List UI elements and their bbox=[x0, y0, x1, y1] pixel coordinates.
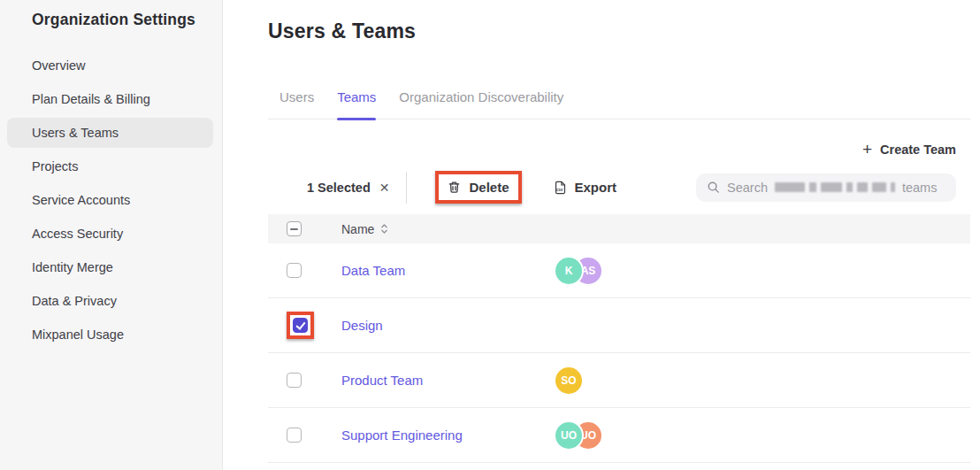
create-team-button[interactable]: + Create Team bbox=[862, 143, 956, 157]
sidebar-item-label: Data & Privacy bbox=[32, 294, 117, 308]
csv-file-icon: csv bbox=[554, 181, 567, 195]
toolbar-divider bbox=[406, 172, 407, 204]
row-checkbox-column bbox=[287, 428, 341, 443]
sort-icon[interactable] bbox=[380, 223, 388, 235]
team-name-link[interactable]: Data Team bbox=[341, 263, 555, 278]
table-body: Data Team KAS Design Product Team SO Sup… bbox=[223, 243, 980, 463]
member-avatars: UOUO bbox=[555, 422, 601, 449]
plus-icon: + bbox=[862, 143, 872, 156]
support-engineering-row-checkbox[interactable] bbox=[287, 428, 302, 443]
sidebar-item-users-teams[interactable]: Users & Teams bbox=[7, 118, 213, 148]
clear-selection-icon[interactable]: ✕ bbox=[379, 181, 390, 194]
member-avatars: SO bbox=[555, 367, 582, 394]
export-button[interactable]: csv Export bbox=[545, 174, 626, 200]
search-placeholder-prefix: Search bbox=[727, 181, 768, 195]
page-title: Users & Teams bbox=[268, 19, 980, 43]
delete-annotation-highlight: Delete bbox=[435, 171, 521, 204]
member-avatar-so: SO bbox=[555, 367, 582, 394]
sidebar-title: Organization Settings bbox=[0, 11, 222, 29]
sidebar-item-label: Plan Details & Billing bbox=[32, 92, 150, 106]
sidebar-item-plan-details-billing[interactable]: Plan Details & Billing bbox=[7, 84, 213, 114]
row-checkbox-column bbox=[287, 373, 341, 388]
sidebar-nav: OverviewPlan Details & BillingUsers & Te… bbox=[0, 50, 222, 350]
team-name-link[interactable]: Design bbox=[341, 318, 555, 333]
tab-organization-discoverability[interactable]: Organization Discoverability bbox=[387, 79, 575, 119]
sidebar-item-label: Identity Merge bbox=[32, 260, 113, 274]
sidebar-item-projects[interactable]: Projects bbox=[7, 151, 213, 181]
name-column-label: Name bbox=[341, 222, 374, 236]
team-row-support-engineering: Support Engineering UOUO bbox=[268, 408, 970, 463]
redacted-placeholder-text bbox=[775, 182, 895, 192]
tab-teams[interactable]: Teams bbox=[325, 79, 387, 119]
search-input[interactable]: Search teams bbox=[696, 173, 956, 202]
organization-settings-page: Organization Settings OverviewPlan Detai… bbox=[0, 0, 980, 470]
sidebar-item-data-privacy[interactable]: Data & Privacy bbox=[7, 286, 213, 316]
sidebar-item-label: Projects bbox=[32, 159, 78, 173]
row-checkbox-column bbox=[287, 263, 341, 278]
sidebar-item-access-security[interactable]: Access Security bbox=[7, 219, 213, 249]
select-all-checkbox[interactable] bbox=[287, 221, 302, 236]
sidebar-item-label: Mixpanel Usage bbox=[32, 327, 124, 342]
sidebar: Organization Settings OverviewPlan Detai… bbox=[0, 0, 223, 470]
data-team-row-checkbox[interactable] bbox=[287, 263, 302, 278]
teams-table: Name Data Team KAS Design Product Team S… bbox=[223, 214, 980, 463]
sidebar-item-label: Access Security bbox=[32, 227, 123, 241]
row-checkbox-column bbox=[287, 312, 341, 339]
search-placeholder-suffix: teams bbox=[902, 181, 938, 195]
name-column-header: Name bbox=[341, 222, 388, 236]
team-row-design: Design bbox=[268, 298, 970, 353]
create-team-label: Create Team bbox=[880, 143, 956, 157]
member-avatar-k: K bbox=[555, 258, 582, 284]
member-avatar-uo: UO bbox=[555, 422, 582, 449]
design-row-checkbox[interactable] bbox=[293, 318, 308, 333]
tab-users[interactable]: Users bbox=[268, 79, 325, 119]
sidebar-item-overview[interactable]: Overview bbox=[7, 50, 213, 81]
sidebar-item-mixpanel-usage[interactable]: Mixpanel Usage bbox=[7, 320, 213, 350]
selected-count-label: 1 Selected bbox=[307, 181, 371, 195]
delete-label: Delete bbox=[469, 180, 509, 195]
select-all-column bbox=[287, 221, 341, 236]
team-row-product-team: Product Team SO bbox=[268, 353, 970, 408]
sidebar-item-service-accounts[interactable]: Service Accounts bbox=[7, 185, 213, 215]
toolbar: 1 Selected ✕ Delete bbox=[307, 171, 956, 204]
table-header-row: Name bbox=[268, 214, 970, 243]
member-avatars: KAS bbox=[555, 258, 601, 284]
tab-bar: UsersTeamsOrganization Discoverability bbox=[268, 79, 970, 119]
delete-button[interactable]: Delete bbox=[439, 174, 517, 200]
checkbox-annotation-highlight bbox=[287, 312, 314, 339]
svg-text:csv: csv bbox=[555, 188, 563, 192]
trash-icon bbox=[448, 181, 461, 194]
search-icon bbox=[707, 181, 720, 194]
team-row-data-team: Data Team KAS bbox=[268, 243, 970, 298]
product-team-row-checkbox[interactable] bbox=[287, 373, 302, 388]
sidebar-item-identity-merge[interactable]: Identity Merge bbox=[7, 252, 213, 282]
create-team-row: + Create Team bbox=[268, 143, 956, 157]
sidebar-item-label: Overview bbox=[32, 58, 85, 73]
team-name-link[interactable]: Support Engineering bbox=[341, 428, 555, 443]
team-name-link[interactable]: Product Team bbox=[341, 373, 555, 388]
sidebar-item-label: Users & Teams bbox=[32, 126, 119, 140]
sidebar-item-label: Service Accounts bbox=[32, 193, 130, 207]
export-label: Export bbox=[575, 180, 617, 195]
main-content: Users & Teams UsersTeamsOrganization Dis… bbox=[223, 0, 980, 470]
selection-status: 1 Selected ✕ bbox=[307, 181, 389, 195]
